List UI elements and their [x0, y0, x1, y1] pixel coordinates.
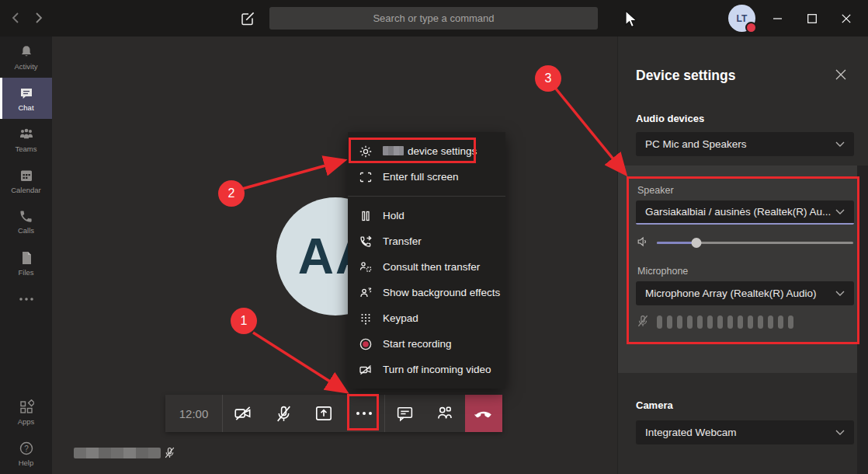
- device-settings-panel: Device settings Audio devices PC Mic and…: [617, 37, 868, 474]
- panel-title: Device settings: [636, 68, 735, 84]
- transfer-icon: [359, 235, 373, 249]
- annotation-badge-1: 1: [231, 308, 257, 334]
- sidebar-item-apps[interactable]: Apps: [0, 392, 52, 433]
- menu-item-label: Show background effects: [383, 287, 500, 298]
- dropdown-value: Microphone Array (Realtek(R) Audio): [645, 288, 817, 299]
- annotation-badge-2: 2: [218, 180, 245, 207]
- menu-item-label: Keypad: [383, 312, 418, 324]
- user-avatar[interactable]: LT: [728, 5, 755, 32]
- avatar-initials: LT: [737, 13, 748, 24]
- volume-slider-fill: [657, 242, 696, 244]
- close-panel-icon[interactable]: [835, 69, 846, 80]
- sidebar-item-chat[interactable]: Chat: [0, 78, 52, 119]
- audio-devices-label: Audio devices: [636, 113, 704, 124]
- menu-item-enter-full-screen[interactable]: Enter full screen: [348, 164, 505, 190]
- camera-toggle-button[interactable]: [223, 395, 263, 432]
- sidebar-label: Apps: [18, 417, 35, 426]
- participant-name-redacted: [74, 448, 161, 458]
- sidebar-more-button[interactable]: [0, 284, 52, 315]
- dropdown-value: PC Mic and Speakers: [645, 138, 747, 150]
- app-sidebar: Activity Chat Teams: [0, 37, 52, 474]
- menu-item-device-settings[interactable]: device settings: [348, 138, 505, 164]
- ellipsis-icon: [356, 411, 373, 416]
- mic-level-bar: [727, 315, 733, 329]
- sidebar-item-activity[interactable]: Activity: [0, 37, 52, 78]
- mic-level-bar: [758, 315, 763, 329]
- presence-busy-dot: [745, 22, 757, 33]
- apps-icon: [19, 399, 34, 415]
- speaker-dropdown[interactable]: Garsiakalbiai / ausinės (Realtek(R) Au..…: [636, 200, 854, 225]
- sidebar-item-calls[interactable]: Calls: [0, 201, 52, 242]
- menu-item-label: Transfer: [383, 235, 422, 247]
- mic-level-bar: [667, 315, 672, 329]
- search-input[interactable]: [269, 7, 598, 30]
- microphone-dropdown[interactable]: Microphone Array (Realtek(R) Audio): [636, 281, 854, 305]
- menu-item-hold[interactable]: Hold: [348, 203, 505, 228]
- chevron-down-icon: [835, 209, 845, 214]
- gear-icon: [359, 145, 373, 159]
- chat-pane-button[interactable]: [384, 395, 425, 432]
- menu-item-show-background-effects[interactable]: Show background effects: [348, 280, 505, 305]
- sidebar-item-help[interactable]: ? Help: [0, 433, 52, 474]
- annotation-badge-3: 3: [535, 65, 561, 92]
- mic-level-bar: [717, 315, 723, 329]
- menu-item-transfer[interactable]: Transfer: [348, 228, 505, 254]
- mic-level-bar: [687, 315, 693, 329]
- participants-button[interactable]: [425, 395, 465, 432]
- help-icon: ?: [19, 441, 34, 456]
- panel-scrollbar[interactable]: [857, 166, 868, 474]
- call-control-bar: 12:00: [165, 395, 502, 432]
- mic-level-bar: [748, 315, 753, 329]
- share-screen-button[interactable]: [304, 395, 344, 432]
- hang-up-icon: [473, 403, 495, 424]
- sidebar-label: Calendar: [11, 186, 41, 194]
- phone-icon: [19, 209, 33, 224]
- camera-dropdown[interactable]: Integrated Webcam: [636, 420, 854, 444]
- sidebar-item-files[interactable]: Files: [0, 242, 52, 284]
- participant-muted-mic-icon: [163, 445, 176, 460]
- speaker-label: Speaker: [637, 185, 674, 196]
- mic-level-bar: [738, 315, 743, 329]
- minimize-button[interactable]: [761, 0, 795, 37]
- keypad-icon: [359, 312, 373, 326]
- volume-slider[interactable]: [657, 242, 853, 244]
- chevron-down-icon: [835, 430, 845, 435]
- consult-transfer-icon: [359, 260, 373, 274]
- menu-item-keypad[interactable]: Keypad: [348, 305, 505, 331]
- sidebar-item-teams[interactable]: Teams: [0, 119, 52, 160]
- bell-icon: [19, 44, 34, 60]
- more-actions-button[interactable]: [344, 395, 384, 432]
- new-chat-icon[interactable]: [240, 10, 256, 26]
- back-icon[interactable]: [9, 11, 23, 25]
- forward-icon[interactable]: [31, 11, 45, 25]
- hang-up-button[interactable]: [465, 395, 502, 432]
- menu-item-start-recording[interactable]: Start recording: [348, 331, 505, 357]
- menu-item-consult-then-transfer[interactable]: Consult then transfer: [348, 254, 505, 280]
- speaker-volume-icon: [636, 235, 649, 248]
- chat-icon: [19, 85, 34, 101]
- sidebar-label: Chat: [18, 103, 33, 112]
- audio-devices-dropdown[interactable]: PC Mic and Speakers: [636, 132, 854, 156]
- sidebar-label: Activity: [14, 62, 37, 71]
- mic-toggle-button[interactable]: [263, 395, 304, 432]
- camera-off-icon: [233, 403, 253, 423]
- calendar-icon: [19, 168, 34, 183]
- hold-icon: [359, 209, 373, 223]
- dropdown-value: Garsiakalbiai / ausinės (Realtek(R) Au..…: [645, 206, 831, 218]
- teams-icon: [18, 127, 35, 142]
- mic-level-bar: [697, 315, 703, 329]
- people-icon: [435, 403, 455, 423]
- menu-item-turn-off-incoming-video[interactable]: Turn off incoming video: [348, 357, 505, 382]
- mic-level-bar: [778, 315, 783, 329]
- close-window-button[interactable]: [829, 0, 863, 37]
- volume-slider-thumb[interactable]: [691, 238, 701, 248]
- mouse-cursor: [623, 10, 639, 30]
- microphone-label: Microphone: [637, 266, 688, 277]
- background-effects-icon: [359, 286, 373, 300]
- mic-level-bar: [657, 315, 662, 329]
- maximize-button[interactable]: [795, 0, 829, 37]
- menu-item-label: Turn off incoming video: [383, 364, 491, 375]
- teams-call-window: LT Activity: [0, 0, 868, 474]
- sidebar-item-calendar[interactable]: Calendar: [0, 160, 52, 201]
- menu-item-label: Start recording: [383, 338, 452, 350]
